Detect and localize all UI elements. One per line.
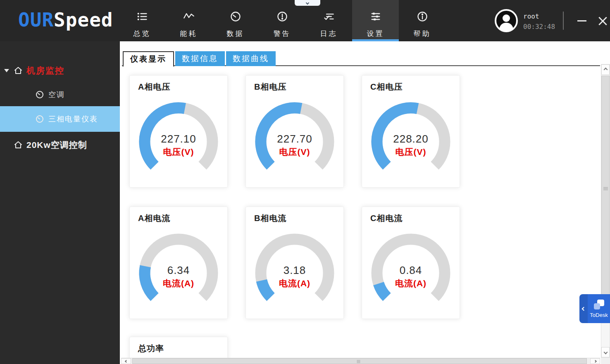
horizontal-scrollbar-thumb[interactable] (132, 358, 587, 364)
sidebar-item-three-phase-meter[interactable]: 三相电量仪表 (0, 106, 120, 132)
scroll-up-button[interactable] (601, 64, 610, 75)
chevron-down-icon (306, 1, 309, 5)
sidebar-item-label: 20Kw空调控制 (26, 139, 87, 151)
nav-item-logs[interactable]: 日志 (305, 0, 352, 41)
top-nav: 总览 能耗 数据 警告 日志 (119, 0, 446, 41)
gauge-unit-label: 电流(A) (362, 278, 460, 289)
gauge-chart: 3.18 电流(A) (246, 225, 343, 312)
scroll-down-button[interactable] (601, 347, 610, 357)
gauge-unit-label: 电压(V) (362, 146, 460, 158)
chevron-down-icon (603, 350, 608, 354)
gauge-unit-label: 电流(A) (246, 278, 343, 289)
chevron-up-icon (603, 68, 608, 72)
user-info: root 00:32:48 (523, 12, 555, 31)
nav-label: 能耗 (180, 29, 198, 38)
scroll-right-button[interactable] (590, 358, 600, 364)
nav-item-help[interactable]: 帮助 (399, 0, 446, 41)
chevron-left-icon (581, 307, 586, 311)
scrollbar-grip-icon (357, 360, 360, 363)
todesk-expand-handle[interactable] (579, 294, 588, 323)
logo-prefix: OUR (18, 9, 54, 31)
dashboard-scroll-area: A相电压 227.10 电压(V) B相电压 227.70 电压(V) (120, 67, 601, 358)
sidebar-item-20kw-ac-control[interactable]: 20Kw空调控制 (0, 136, 120, 155)
home-icon (13, 66, 23, 76)
gauge-card: A相电流 6.34 电流(A) (129, 207, 228, 319)
gauge-value: 6.34 (130, 264, 227, 277)
gauge-chart: 6.34 电流(A) (130, 225, 227, 312)
sidebar: 机房监控 空调 三相电量仪表 20Kw空调控制 (0, 41, 120, 364)
gauge-card-title: A相电压 (138, 81, 170, 93)
power-card-title: 总功率 (138, 343, 164, 354)
gauge-chart: 227.70 电压(V) (246, 94, 343, 181)
gauge-chart: 0.84 电流(A) (362, 225, 460, 312)
nav-label: 数据 (227, 29, 244, 38)
session-time: 00:32:48 (523, 23, 555, 31)
gauge-chart: 228.20 电压(V) (362, 94, 460, 181)
nav-label: 设置 (367, 29, 384, 38)
alert-circle-icon (276, 11, 288, 22)
close-icon (598, 16, 607, 25)
gauge-card-title: C相电流 (370, 213, 403, 224)
gauge-card: A相电压 227.10 电压(V) (129, 75, 228, 188)
minimize-icon (577, 20, 586, 21)
sidebar-item-label: 机房监控 (26, 65, 64, 76)
todesk-widget[interactable]: ToDesk (579, 294, 610, 323)
gauge-value: 227.70 (246, 133, 343, 145)
gauge-card: C相电流 0.84 电流(A) (362, 207, 460, 319)
scroll-left-button[interactable] (121, 358, 131, 364)
gauge-icon (230, 11, 241, 22)
gauge-card: C相电压 228.20 电压(V) (362, 75, 460, 188)
gauge-card: B相电流 3.18 电流(A) (245, 207, 344, 319)
power-card: 总功率 (129, 337, 228, 358)
scrollbar-grip-icon (603, 186, 608, 191)
sidebar-item-label: 三相电量仪表 (48, 114, 98, 124)
gauge-value: 3.18 (246, 264, 343, 277)
caret-down-icon[interactable] (4, 69, 9, 72)
chevron-right-icon (593, 359, 596, 362)
top-bar: OURSpeed 总览 能耗 数据 警告 (0, 0, 610, 41)
minimize-button[interactable] (574, 12, 590, 29)
todesk-label: ToDesk (590, 312, 608, 318)
main-content: 仪表显示 数据信息 数据曲线 A相电压 227.10 电压(V) B相电压 (120, 41, 610, 364)
tab-data-info[interactable]: 数据信息 (175, 51, 225, 66)
tab-meter-display[interactable]: 仪表显示 (123, 51, 174, 67)
gauge-card-title: B相电压 (254, 81, 286, 93)
gauge-icon (35, 114, 45, 124)
horizontal-scrollbar[interactable] (121, 358, 600, 364)
nav-label: 日志 (320, 29, 338, 38)
nav-item-energy[interactable]: 能耗 (165, 0, 212, 41)
gauge-unit-label: 电流(A) (130, 278, 227, 289)
nav-item-overview[interactable]: 总览 (119, 0, 165, 41)
close-button[interactable] (594, 12, 610, 29)
sidebar-item-ac[interactable]: 空调 (0, 85, 120, 104)
app-logo: OURSpeed (18, 9, 113, 31)
gauge-card-title: C相电压 (370, 81, 403, 93)
sidebar-item-label: 空调 (48, 90, 65, 100)
list-icon (136, 11, 148, 22)
toolbar-collapse-handle[interactable] (295, 0, 320, 6)
scrollbar-corner (601, 358, 610, 364)
sidebar-item-room-monitor[interactable]: 机房监控 (0, 61, 120, 80)
gauge-card-title: A相电流 (138, 213, 170, 224)
nav-item-settings[interactable]: 设置 (352, 0, 399, 41)
gauge-icon (35, 90, 45, 100)
gauge-unit-label: 电压(V) (130, 146, 227, 158)
nav-item-data[interactable]: 数据 (212, 0, 259, 41)
gauge-unit-label: 电压(V) (246, 146, 343, 158)
user-avatar[interactable] (495, 9, 518, 32)
todesk-body: ToDesk (588, 294, 610, 323)
tab-bar: 仪表显示 数据信息 数据曲线 (123, 51, 276, 67)
home-icon (13, 140, 23, 150)
nav-label: 总览 (133, 29, 151, 38)
vertical-scrollbar-thumb[interactable] (601, 76, 610, 301)
gauge-value: 227.10 (130, 133, 227, 145)
tab-data-curve[interactable]: 数据曲线 (226, 51, 276, 66)
logo-suffix: Speed (54, 9, 113, 31)
nav-item-alerts[interactable]: 警告 (259, 0, 305, 41)
wave-icon (183, 11, 195, 22)
chevron-left-icon (124, 359, 127, 362)
info-circle-icon (417, 11, 428, 22)
gauge-card-title: B相电流 (254, 213, 286, 224)
log-icon (323, 11, 335, 22)
todesk-logo-icon (592, 299, 605, 311)
